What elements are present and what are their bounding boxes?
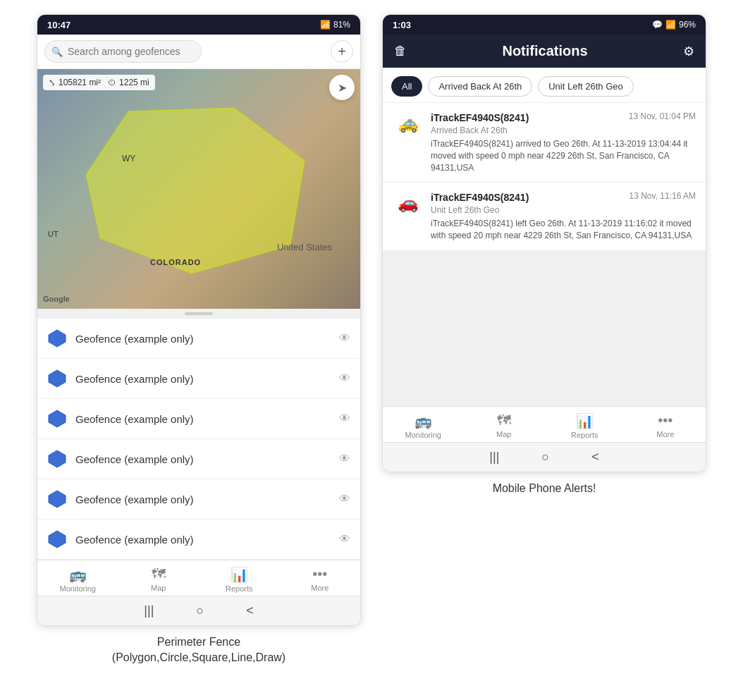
search-wrapper[interactable]: 🔍	[44, 40, 325, 63]
right-phone-wrapper: 1:03 💬 📶 96% 🗑 Notifications ⚙ All Arriv…	[382, 14, 706, 496]
google-logo: Google	[43, 295, 70, 303]
nav-monitoring[interactable]: 🚌 Monitoring	[56, 566, 99, 593]
geofence-shape-icon	[47, 369, 67, 388]
right-wifi-icon: 📶	[665, 20, 676, 30]
map-label: Map	[151, 584, 166, 592]
right-nav-reports[interactable]: 📊 Reports	[563, 412, 606, 439]
car-avatar-2: 🚗	[393, 192, 424, 214]
notif-time-2: 13 Nov, 11:16 AM	[630, 191, 696, 201]
android-recents[interactable]: |||	[144, 603, 154, 618]
search-bar: 🔍 +	[37, 35, 360, 69]
notifications-header: 🗑 Notifications ⚙	[383, 35, 706, 68]
right-caption-text: Mobile Phone Alerts!	[493, 482, 596, 494]
right-time: 1:03	[393, 20, 411, 30]
visibility-icon[interactable]: 👁︎	[339, 453, 350, 465]
nav-map[interactable]: 🗺 Map	[137, 566, 180, 593]
left-status-bar: 10:47 📶 81%	[37, 15, 360, 35]
left-caption: Perimeter Fence(Polygon,Circle,Square,Li…	[112, 634, 285, 666]
scroll-indicator	[37, 309, 360, 319]
geofence-item[interactable]: Geofence (example only) 👁︎	[37, 399, 360, 439]
monitoring-icon: 🚌	[69, 566, 87, 583]
right-bottom-nav: 🚌 Monitoring 🗺 Map 📊 Reports ••• More	[383, 406, 706, 442]
right-reports-label: Reports	[571, 431, 598, 439]
nav-more[interactable]: ••• More	[299, 566, 341, 593]
geofence-item[interactable]: Geofence (example only) 👁︎	[37, 319, 360, 359]
filter-left[interactable]: Unit Left 26th Geo	[538, 76, 634, 97]
right-battery: 96%	[679, 20, 696, 30]
left-status-right: 📶 81%	[320, 20, 350, 30]
visibility-icon[interactable]: 👁︎	[339, 493, 350, 505]
delete-icon[interactable]: 🗑	[394, 44, 407, 59]
chat-icon: 💬	[652, 20, 663, 30]
geofence-shape-icon	[47, 409, 67, 429]
geofence-shape-icon	[47, 529, 67, 549]
area-stat: ⤣ 105821 mi²	[49, 78, 101, 87]
notifications-title: Notifications	[502, 43, 587, 59]
visibility-icon[interactable]: 👁︎	[339, 332, 350, 345]
device-name-2: iTrackEF4940S(8241)	[431, 192, 529, 203]
map-label-co: COLORADO	[150, 258, 201, 266]
right-reports-icon: 📊	[576, 412, 594, 429]
geofence-shape-icon	[47, 449, 67, 469]
filter-all[interactable]: All	[391, 76, 422, 97]
geofence-shape-icon	[47, 489, 67, 509]
search-icon: 🔍	[51, 47, 63, 57]
geofence-item[interactable]: Geofence (example only) 👁︎	[37, 439, 360, 479]
settings-icon[interactable]: ⚙	[683, 44, 694, 59]
geofence-name: Geofence (example only)	[75, 413, 331, 425]
geofence-item[interactable]: Geofence (example only) 👁︎	[37, 520, 360, 560]
geofence-name: Geofence (example only)	[75, 453, 331, 465]
notification-item-2[interactable]: 🚗 iTrackEF4940S(8241) Unit Left 26th Geo…	[383, 183, 706, 251]
geofence-name: Geofence (example only)	[75, 373, 331, 385]
geofence-name: Geofence (example only)	[75, 534, 331, 546]
geofence-item[interactable]: Geofence (example only) 👁︎	[37, 479, 360, 520]
visibility-icon[interactable]: 👁︎	[339, 412, 350, 425]
svg-marker-1	[49, 330, 66, 347]
right-nav-more[interactable]: ••• More	[644, 412, 687, 439]
nav-reports[interactable]: 📊 Reports	[218, 566, 260, 593]
right-map-label: Map	[496, 430, 511, 438]
android-home[interactable]: ○	[196, 603, 204, 618]
svg-marker-2	[49, 370, 66, 387]
visibility-icon[interactable]: 👁︎	[339, 533, 350, 546]
dist-icon: ⏲	[108, 78, 116, 87]
notification-item-1[interactable]: 🚕 iTrackEF4940S(8241) Arrived Back At 26…	[383, 103, 706, 183]
dist-value: 1225 mi	[119, 78, 149, 87]
right-android-back[interactable]: <	[591, 450, 599, 465]
right-monitoring-icon: 🚌	[415, 412, 432, 429]
notif-type-2: Unit Left 26th Geo	[431, 205, 622, 215]
svg-marker-6	[49, 531, 66, 548]
add-geofence-button[interactable]: +	[331, 40, 353, 63]
compass-button[interactable]: ➤	[329, 75, 355, 100]
map-label-wy: WY	[122, 154, 135, 164]
notif-info-2: iTrackEF4940S(8241) Unit Left 26th Geo	[431, 191, 622, 215]
more-label: More	[311, 584, 328, 592]
right-android-home[interactable]: ○	[541, 450, 549, 465]
svg-marker-3	[49, 410, 66, 427]
more-icon: •••	[312, 566, 327, 582]
notifications-empty-area	[383, 251, 706, 406]
right-nav-monitoring[interactable]: 🚌 Monitoring	[402, 412, 444, 439]
geofence-item[interactable]: Geofence (example only) 👁︎	[37, 359, 360, 399]
notif-time-1: 13 Nov, 01:04 PM	[629, 111, 696, 121]
map-overlay: ⤣ 105821 mi² ⏲ 1225 mi ➤ WY UT COLORADO …	[37, 69, 360, 309]
visibility-icon[interactable]: 👁︎	[339, 372, 350, 385]
svg-marker-4	[49, 450, 66, 467]
left-android-nav: ||| ○ <	[37, 596, 360, 625]
scroll-pill	[185, 312, 213, 315]
right-caption: Mobile Phone Alerts!	[493, 481, 596, 496]
left-time: 10:47	[47, 20, 70, 30]
right-nav-map[interactable]: 🗺 Map	[483, 412, 525, 439]
search-input[interactable]	[44, 40, 202, 63]
filter-arrived[interactable]: Arrived Back At 26th	[428, 76, 532, 97]
wifi-icon: 📶	[320, 20, 331, 30]
left-caption-text: Perimeter Fence(Polygon,Circle,Square,Li…	[112, 636, 285, 663]
android-back[interactable]: <	[246, 603, 254, 618]
map-container[interactable]: ⤣ 105821 mi² ⏲ 1225 mi ➤ WY UT COLORADO …	[37, 69, 360, 309]
notif-info-1: iTrackEF4940S(8241) Arrived Back At 26th	[431, 111, 622, 135]
right-android-nav: ||| ○ <	[383, 442, 706, 472]
area-value: 105821 mi²	[59, 78, 101, 87]
geofence-name: Geofence (example only)	[75, 333, 331, 345]
area-icon: ⤣	[49, 78, 56, 87]
right-android-recents[interactable]: |||	[489, 450, 499, 465]
